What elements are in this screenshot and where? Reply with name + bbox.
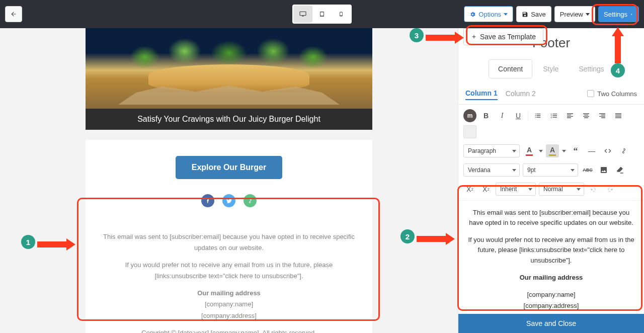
editor-body[interactable]: This email was sent to [subscriber:email… — [458, 201, 644, 314]
font-size-select[interactable]: 9pt — [523, 163, 578, 177]
editor-company-address: [company:address] — [466, 301, 636, 311]
bold-button[interactable]: B — [479, 109, 493, 122]
caret-down-icon — [504, 13, 508, 16]
twitter-icon[interactable] — [222, 194, 235, 207]
link-icon[interactable] — [244, 194, 257, 207]
link-button[interactable] — [617, 144, 630, 157]
footer-text-1: This email was sent to [subscriber:email… — [101, 231, 357, 254]
strikethrough-button[interactable]: ABC — [581, 163, 594, 177]
column-tabs: Column 1 Column 2 Two Columns — [458, 83, 644, 105]
bullet-list-button[interactable] — [531, 109, 544, 122]
underline-button[interactable]: U — [512, 109, 525, 122]
social-row — [86, 179, 372, 217]
annotation-arrow-4 — [612, 27, 624, 63]
footer-company-name: [company:name] — [101, 299, 357, 310]
editor-text-1: This email was sent to [subscriber:email… — [466, 208, 636, 228]
text-color-button[interactable]: A — [523, 144, 536, 157]
facebook-icon[interactable] — [201, 194, 214, 207]
code-button[interactable] — [601, 144, 614, 157]
numbered-list-button[interactable] — [547, 109, 560, 122]
line-height-select[interactable]: Inherit — [496, 183, 536, 196]
hero-caption[interactable]: Satisfy Your Cravings with Our Juicy Bur… — [86, 109, 372, 130]
mailpoet-icon[interactable]: m — [463, 109, 476, 122]
email-body: Satisfy Your Cravings with Our Juicy Bur… — [86, 28, 372, 333]
save-button[interactable]: Save — [516, 6, 551, 22]
tab-style[interactable]: Style — [534, 60, 568, 78]
save-template-label: Save as Template — [480, 33, 536, 41]
undo-button[interactable] — [587, 183, 600, 196]
editor-toolbar: m B I U Paragraph A A “ — Verdana 9p — [458, 105, 644, 201]
cta-button[interactable]: Explore Our Burger — [176, 156, 282, 179]
annotation-number-3: 3 — [410, 28, 424, 42]
column-2-tab[interactable]: Column 2 — [506, 88, 536, 100]
floppy-icon — [522, 11, 528, 18]
align-justify-button[interactable] — [612, 109, 625, 122]
save-label: Save — [531, 11, 546, 18]
caret-down-icon — [586, 13, 590, 16]
annotation-number-1: 1 — [21, 235, 35, 249]
plus-icon — [471, 34, 477, 40]
save-as-template-item[interactable]: Save as Template — [463, 28, 543, 45]
tab-settings[interactable]: Settings — [570, 60, 613, 78]
cta-block: Explore Our Burger This email was sent t… — [86, 140, 372, 333]
editor-mailing-heading: Our mailing address — [466, 273, 636, 283]
annotation-number-2: 2 — [400, 229, 415, 243]
horizontal-rule-button[interactable]: — — [585, 144, 598, 157]
highlight-color-button[interactable]: A — [546, 144, 559, 157]
image-button[interactable] — [597, 163, 610, 177]
align-left-button[interactable] — [564, 109, 577, 122]
chevron-right-icon — [630, 12, 633, 17]
settings-button[interactable]: Settings — [598, 6, 639, 22]
settings-label: Settings — [604, 11, 627, 18]
preview-button[interactable]: Preview — [554, 6, 595, 22]
footer-mailing-heading: Our mailing address — [101, 288, 357, 299]
top-right-actions: Options Save Preview Settings — [464, 6, 639, 22]
remove-format-button[interactable] — [463, 125, 476, 138]
annotation-arrow-1 — [37, 238, 76, 251]
align-right-button[interactable] — [596, 109, 609, 122]
caret-down-icon[interactable] — [539, 150, 543, 152]
column-1-tab[interactable]: Column 1 — [465, 87, 498, 100]
two-columns-toggle[interactable]: Two Columns — [587, 90, 637, 98]
device-mobile-button[interactable] — [332, 6, 351, 23]
checkbox-icon — [587, 90, 594, 97]
footer-company-address: [company:address] — [101, 310, 357, 321]
options-label: Options — [478, 11, 501, 18]
hero-image[interactable] — [86, 28, 372, 109]
save-and-close-button[interactable]: Save and Close — [458, 314, 644, 333]
superscript-button[interactable]: X2 — [479, 183, 493, 196]
email-footer-block[interactable]: This email was sent to [subscriber:email… — [86, 217, 372, 333]
subscript-button[interactable]: X2 — [463, 183, 476, 196]
device-desktop-button[interactable] — [293, 6, 312, 23]
font-weight-select[interactable]: Normal — [539, 183, 584, 196]
device-switcher — [292, 5, 352, 24]
annotation-arrow-2 — [417, 233, 456, 245]
align-center-button[interactable] — [580, 109, 593, 122]
editor-company-name: [company:name] — [466, 290, 636, 300]
device-tablet-button[interactable] — [312, 6, 332, 23]
back-button[interactable] — [5, 6, 22, 22]
options-button[interactable]: Options — [464, 6, 513, 22]
eraser-button[interactable] — [613, 163, 626, 177]
email-canvas: Satisfy Your Cravings with Our Juicy Bur… — [0, 28, 458, 333]
caret-down-icon[interactable] — [562, 150, 566, 152]
blockquote-button[interactable]: “ — [569, 144, 582, 157]
footer-copyright: Copyright © [date:year] [company:name], … — [101, 327, 357, 333]
gear-icon — [469, 11, 476, 18]
annotation-number-4: 4 — [611, 63, 625, 77]
editor-text-2: If you would prefer not to receive any e… — [466, 235, 636, 265]
footer-text-2: If you would prefer not to receive any e… — [101, 260, 357, 282]
tab-content[interactable]: Content — [489, 60, 532, 78]
annotation-arrow-3 — [426, 32, 465, 44]
preview-label: Preview — [560, 11, 583, 18]
two-columns-label: Two Columns — [597, 90, 637, 98]
redo-button[interactable] — [603, 183, 616, 196]
italic-button[interactable]: I — [496, 109, 509, 122]
top-bar: Options Save Preview Settings — [0, 0, 644, 28]
font-select[interactable]: Verdana — [463, 163, 520, 177]
paragraph-select[interactable]: Paragraph — [463, 144, 520, 157]
